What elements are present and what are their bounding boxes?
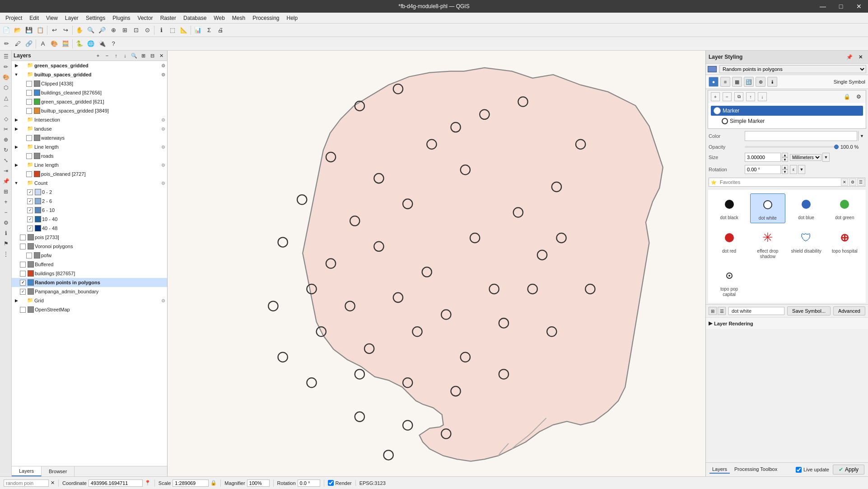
menu-layer[interactable]: Layer <box>61 13 82 24</box>
sym-dot-blue[interactable]: dot blue <box>789 193 824 223</box>
size-unit-select[interactable]: Millimeters <box>790 154 821 161</box>
settings-icon[interactable]: ⚙ <box>854 92 863 101</box>
expand-arrow[interactable]: ▶ <box>14 63 19 68</box>
expand-arrow[interactable]: ▶ <box>14 145 19 149</box>
sym-dot-black[interactable]: dot black <box>712 193 747 223</box>
statistics-button[interactable]: Σ <box>204 25 215 36</box>
layer-checkbox[interactable] <box>26 81 32 87</box>
save-as-button[interactable]: 📋 <box>35 25 46 36</box>
left-icon-info[interactable]: ℹ <box>1 228 11 238</box>
layers-filter-button[interactable]: 🔍 <box>130 52 138 60</box>
menu-view[interactable]: View <box>42 13 61 24</box>
zoom-native-button[interactable]: ⊙ <box>142 25 153 36</box>
layer-item[interactable]: pois [2733] <box>12 233 167 242</box>
sym-list-view-btn[interactable]: ☰ <box>718 307 726 315</box>
status-search-input[interactable] <box>4 480 49 487</box>
sym-grid-view-btn[interactable]: ⊞ <box>709 307 717 315</box>
label-button[interactable]: A <box>37 38 48 49</box>
sym-topo-hospital[interactable]: ⊕ topo hospital <box>827 227 862 261</box>
add-layer-icon[interactable]: + <box>711 92 720 101</box>
identify-button[interactable]: ℹ <box>156 25 167 36</box>
layer-checkbox[interactable] <box>26 135 32 141</box>
layer-checkbox[interactable]: ✓ <box>20 289 26 295</box>
menu-processing[interactable]: Processing <box>249 13 283 24</box>
layer-item[interactable]: waterways <box>12 133 167 142</box>
layer-item[interactable]: ▶📁Line length⚙ <box>12 142 167 151</box>
expand-arrow[interactable]: ▶ <box>14 163 19 167</box>
size-up-btn[interactable]: ▲ <box>782 153 788 157</box>
expand-arrow[interactable]: ▶ <box>14 118 19 122</box>
filter-icon[interactable]: ⚙ <box>161 127 165 132</box>
python-button[interactable]: 🐍 <box>74 38 85 49</box>
close-button[interactable]: ✕ <box>850 0 868 13</box>
snap-button[interactable]: 🔗 <box>23 38 34 49</box>
layers-add-button[interactable]: + <box>94 52 102 60</box>
apply-button[interactable]: ✔ Apply <box>833 465 864 475</box>
coordinate-input[interactable] <box>89 480 143 487</box>
layer-checkbox[interactable] <box>26 153 32 159</box>
layer-item[interactable]: ✓0 - 2 <box>12 188 167 197</box>
left-icon-settings[interactable]: ⚙ <box>1 218 11 228</box>
zoom-layer-button[interactable]: ⊡ <box>131 25 141 36</box>
layer-item[interactable]: ▼📁builtup_spaces_gridded⚙ <box>12 70 167 79</box>
save-project-button[interactable]: 💾 <box>23 25 34 36</box>
layer-item[interactable]: builtup_spaces_gridded [3849] <box>12 106 167 115</box>
layer-item[interactable]: Voronoi polygons <box>12 242 167 251</box>
expand-arrow[interactable]: ▶ <box>14 298 19 303</box>
digitize-button[interactable]: ✏ <box>1 38 12 49</box>
rule-based-btn[interactable]: 🔣 <box>744 77 754 87</box>
menu-mesh[interactable]: Mesh <box>229 13 249 24</box>
layer-item[interactable]: ✓Random points in polygons <box>12 278 167 287</box>
left-icon-scale[interactable]: ⤡ <box>1 155 11 165</box>
down-layer-icon[interactable]: ↓ <box>758 92 767 101</box>
layer-checkbox[interactable] <box>20 244 26 249</box>
minimize-button[interactable]: — <box>814 0 832 13</box>
layer-item[interactable]: ▶📁landuse⚙ <box>12 124 167 133</box>
rotation-arrow[interactable]: ▼ <box>798 165 805 174</box>
left-icon-layers[interactable]: ☰ <box>1 52 11 61</box>
layers-collapse-button[interactable]: ⊟ <box>148 52 156 60</box>
rotation-input[interactable] <box>745 165 781 174</box>
redo-button[interactable]: ↪ <box>60 25 71 36</box>
up-layer-icon[interactable]: ↑ <box>746 92 755 101</box>
layers-close-button[interactable]: ✕ <box>157 52 165 60</box>
opacity-slider[interactable] <box>745 146 839 148</box>
filter-icon[interactable]: ⚙ <box>161 163 165 168</box>
layer-item[interactable]: roads <box>12 151 167 160</box>
pan-button[interactable]: ✋ <box>74 25 85 36</box>
menu-settings[interactable]: Settings <box>82 13 109 24</box>
attribute-table-button[interactable]: 📊 <box>192 25 203 36</box>
single-symbol-btn[interactable]: ● <box>709 77 719 87</box>
layer-checkbox[interactable] <box>26 90 32 96</box>
layer-item[interactable]: ▶📁Line length⚙ <box>12 160 167 169</box>
left-icon-pin[interactable]: 📌 <box>1 176 11 186</box>
layers-down-button[interactable]: ↓ <box>121 52 129 60</box>
magnifier-input[interactable] <box>247 480 270 487</box>
layer-rendering-header[interactable]: ▶ Layer Rendering <box>709 320 865 327</box>
layer-styling-tab[interactable]: Layers <box>709 465 730 474</box>
layer-checkbox[interactable] <box>26 171 32 177</box>
layers-expand-button[interactable]: ⊞ <box>139 52 147 60</box>
layer-item[interactable]: pois_cleaned [2727] <box>12 169 167 179</box>
advanced-button[interactable]: Advanced <box>833 306 865 315</box>
open-project-button[interactable]: 📂 <box>12 25 23 36</box>
sym-search-list-btn[interactable]: ☰ <box>857 179 864 186</box>
expand-arrow[interactable]: ▶ <box>14 127 19 131</box>
left-icon-node[interactable]: ⬡ <box>1 83 11 93</box>
symbol-search-input[interactable] <box>718 179 840 186</box>
plugin-button[interactable]: 🔌 <box>97 38 107 49</box>
left-icon-add[interactable]: + <box>1 197 11 207</box>
save-symbol-button[interactable]: Save Symbol... <box>787 306 831 315</box>
size-unit-arrow[interactable]: ▼ <box>822 153 830 162</box>
zoom-in-button[interactable]: 🔍 <box>85 25 96 36</box>
marker-tree-item[interactable]: Marker <box>711 106 863 116</box>
layers-up-button[interactable]: ↑ <box>112 52 120 60</box>
left-icon-shape[interactable]: △ <box>1 93 11 103</box>
duplicate-layer-icon[interactable]: ⧉ <box>734 92 743 101</box>
layer-item[interactable]: buildings [827657] <box>12 269 167 278</box>
left-icon-rotate[interactable]: ↻ <box>1 145 11 155</box>
rotation-up-btn[interactable]: ▲ <box>782 165 788 169</box>
select-button[interactable]: ⬚ <box>167 25 178 36</box>
layer-checkbox[interactable] <box>20 262 26 268</box>
filter-icon[interactable]: ⚙ <box>161 63 165 68</box>
